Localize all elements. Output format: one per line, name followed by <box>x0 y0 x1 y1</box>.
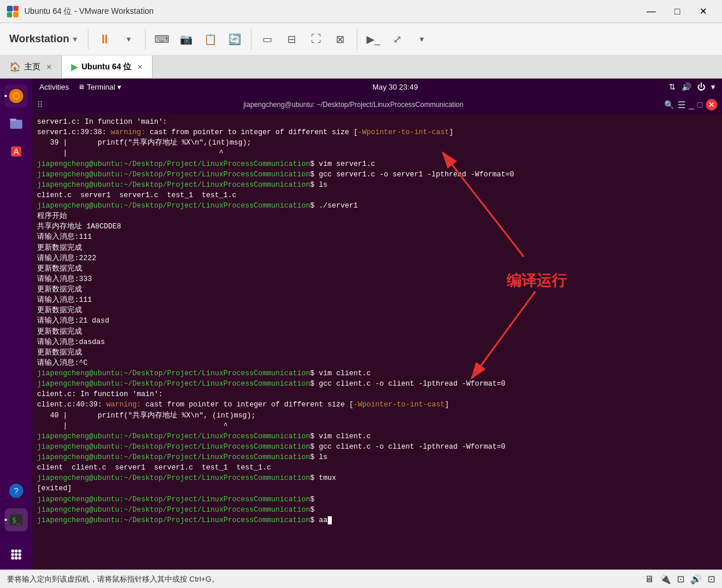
vm-area: A ? $_ <box>0 79 722 569</box>
tab-home-close-icon[interactable]: ✕ <box>46 63 52 71</box>
taskbar-apps-icon[interactable] <box>5 543 28 566</box>
status-bar-right: 🖥 🔌 ⊡ 🔊 ⊡ <box>645 574 715 585</box>
close-button[interactable]: ✕ <box>690 3 716 20</box>
activities-button[interactable]: Activities <box>39 83 69 91</box>
network-icon: ⇅ <box>669 82 676 91</box>
term-line-18: 请输入消息:111 <box>37 295 717 305</box>
svg-point-18 <box>11 553 14 556</box>
terminal-titlebar: ⠿ jiapengcheng@ubuntu: ~/Desktop/Project… <box>32 95 722 114</box>
tab-ubuntu-label: Ubuntu 64 位 <box>82 62 131 72</box>
terminal-menu-btn[interactable]: ☰ <box>677 99 686 110</box>
terminal-search-button[interactable]: 🔍 <box>664 100 674 109</box>
toolbar: Workstation ▼ ⏸ ▼ ⌨ 📷 📋 🔄 ▭ ⊟ ⛶ ⊠ ▶_ ⤢ ▼ <box>0 23 722 56</box>
tab-ubuntu[interactable]: ▶ Ubuntu 64 位 ✕ <box>62 56 153 78</box>
term-line-12: 请输入消息:111 <box>37 232 717 242</box>
terminal-area: Activities 🖥 Terminal ▾ May 30 23:49 ⇅ 🔊… <box>32 79 722 569</box>
terminal-menu-button[interactable]: 🖥 Terminal ▾ <box>78 83 121 91</box>
svg-point-20 <box>18 553 21 556</box>
term-line-5: jiapengcheng@ubuntu:~/Desktop/Project/Li… <box>37 159 717 169</box>
title-bar: Ubuntu 64 位 - VMware Workstation — □ ✕ <box>0 0 722 23</box>
status-usb-icon: ⊡ <box>677 574 684 585</box>
status-stretch-icon: ⊡ <box>708 574 715 585</box>
term-line-36: [exited] <box>37 483 717 494</box>
snapshot-manager-button[interactable]: 🔄 <box>223 28 246 51</box>
fullscreen-button[interactable]: ⛶ <box>305 28 328 51</box>
taskbar-firefox-wrapper <box>5 83 28 109</box>
toolbar-group-vm: ⌨ 📷 📋 🔄 <box>150 28 246 51</box>
svg-rect-3 <box>13 12 18 17</box>
term-line-14: 请输入消息:2222 <box>37 253 717 264</box>
svg-point-19 <box>14 553 17 556</box>
terminal-minimize-button[interactable]: _ <box>689 99 694 110</box>
taskbar-active-dot <box>5 95 7 97</box>
vmware-logo-icon <box>6 5 20 19</box>
terminal-menu-label: Terminal ▾ <box>87 83 121 91</box>
view-dropdown-button[interactable]: ⤢ <box>386 28 409 51</box>
toolbar-group-power: ⏸ ▼ <box>93 28 140 51</box>
minimize-button[interactable]: — <box>638 3 664 20</box>
term-line-13: 更新数据完成 <box>37 243 717 253</box>
split-view-button[interactable]: ⊟ <box>280 28 303 51</box>
term-line-37: jiapengcheng@ubuntu:~/Desktop/Project/Li… <box>37 494 717 505</box>
svg-rect-2 <box>7 12 12 17</box>
pause-button[interactable]: ⏸ <box>93 28 116 51</box>
term-line-22: 请输入消息:dasdas <box>37 337 717 347</box>
term-line-3: 39 | printf("共享内存地址 %X\n",(int)msg); <box>37 138 717 148</box>
svg-point-23 <box>18 557 21 560</box>
window-title: Ubuntu 64 位 - VMware Workstation <box>24 6 154 17</box>
svg-rect-8 <box>10 119 17 121</box>
taskbar-terminal-icon[interactable]: $_ <box>5 508 28 531</box>
pause-dropdown-button[interactable]: ▼ <box>117 28 140 51</box>
taskbar-terminal-active-wrapper: $_ <box>5 508 28 531</box>
workstation-menu-button[interactable]: Workstation ▼ <box>5 31 83 47</box>
term-line-31: jiapengcheng@ubuntu:~/Desktop/Project/Li… <box>37 431 717 442</box>
term-line-19: 更新数据完成 <box>37 305 717 316</box>
term-line-9: jiapengcheng@ubuntu:~/Desktop/Project/Li… <box>37 201 717 211</box>
terminal-grip-icon: ⠿ <box>37 100 43 109</box>
topbar-left: Activities 🖥 Terminal ▾ <box>39 83 121 91</box>
terminal-button[interactable]: ▶_ <box>362 28 385 51</box>
term-line-1: server1.c: In function 'main': <box>37 117 717 127</box>
taskbar-firefox-icon[interactable] <box>5 84 28 108</box>
svg-point-15 <box>11 549 14 552</box>
tab-bar: 🏠 主页 ✕ ▶ Ubuntu 64 位 ✕ <box>0 56 722 79</box>
taskbar-files-icon[interactable] <box>5 112 28 135</box>
term-line-20: 请输入消息:21 dasd <box>37 316 717 326</box>
tab-ubuntu-close-icon[interactable]: ✕ <box>137 63 143 71</box>
terminal-maximize-button[interactable]: □ <box>698 100 702 109</box>
ubuntu-play-icon: ▶ <box>71 61 78 72</box>
single-view-button[interactable]: ▭ <box>256 28 279 51</box>
svg-point-21 <box>11 557 14 560</box>
maximize-button[interactable]: □ <box>664 3 690 20</box>
taskbar-software-icon[interactable]: A <box>5 140 28 163</box>
title-bar-left: Ubuntu 64 位 - VMware Workstation <box>6 5 154 19</box>
taskbar-help-icon[interactable]: ? <box>5 479 28 502</box>
autofit-button[interactable]: ⊠ <box>329 28 352 51</box>
term-line-7: jiapengcheng@ubuntu:~/Desktop/Project/Li… <box>37 180 717 190</box>
workstation-label: Workstation <box>9 33 69 45</box>
ubuntu-taskbar: A ? $_ <box>0 79 32 569</box>
terminal-window: ⠿ jiapengcheng@ubuntu: ~/Desktop/Project… <box>32 95 722 569</box>
snapshot-button[interactable]: 📷 <box>175 28 198 51</box>
toolbar-separator-4 <box>357 29 357 50</box>
terminal-menu-icon: 🖥 <box>78 83 84 90</box>
svg-text:?: ? <box>14 486 18 495</box>
tab-home[interactable]: 🏠 主页 ✕ <box>0 56 62 78</box>
term-line-17: 更新数据完成 <box>37 284 717 295</box>
term-line-23: 更新数据完成 <box>37 347 717 358</box>
term-line-21: 更新数据完成 <box>37 327 717 337</box>
restore-snapshot-button[interactable]: 📋 <box>199 28 222 51</box>
view-dropdown2-button[interactable]: ▼ <box>410 28 434 51</box>
status-vm-icon: 🖥 <box>645 574 654 585</box>
svg-point-17 <box>18 549 21 552</box>
window-controls: — □ ✕ <box>638 3 716 20</box>
term-line-4: | ^ <box>37 148 717 158</box>
status-audio-icon: 🔊 <box>690 574 702 585</box>
send-ctrl-alt-del-button[interactable]: ⌨ <box>150 28 173 51</box>
terminal-close-button[interactable]: ✕ <box>706 99 717 110</box>
terminal-left-controls: ⠿ <box>37 100 43 109</box>
term-line-10: 程序开始 <box>37 211 717 221</box>
svg-rect-7 <box>10 120 23 129</box>
ubuntu-topbar: Activities 🖥 Terminal ▾ May 30 23:49 ⇅ 🔊… <box>32 79 722 95</box>
terminal-body[interactable]: server1.c: In function 'main': server1.c… <box>32 114 722 569</box>
